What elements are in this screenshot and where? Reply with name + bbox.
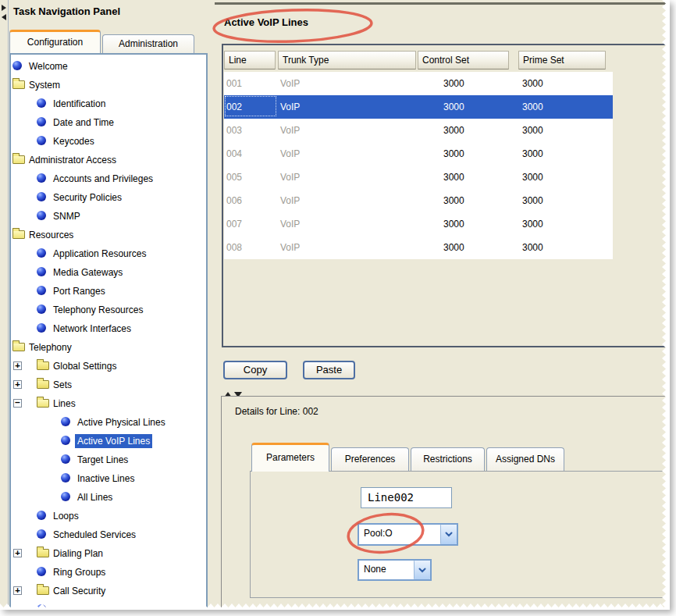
tree-item-lines[interactable]: −Lines: [11, 394, 206, 413]
tree-item-telephony[interactable]: Telephony: [11, 338, 206, 357]
chevron-down-icon[interactable]: [440, 525, 457, 544]
cell-line: 004: [226, 148, 242, 159]
cell-trunk-type: VoIP: [280, 78, 300, 89]
name-input[interactable]: Line002: [361, 487, 452, 508]
tab-preferences[interactable]: Preferences: [331, 447, 409, 472]
expand-toggle-icon[interactable]: +: [13, 361, 22, 370]
column-header-line[interactable]: Line: [224, 51, 276, 69]
tree-item-resources[interactable]: Resources: [11, 226, 206, 244]
tree-item-port-ranges[interactable]: Port Ranges: [11, 282, 206, 301]
expand-toggle-icon[interactable]: +: [13, 549, 22, 557]
column-header-prime-set[interactable]: Prime Set: [518, 51, 606, 69]
tree-item-label: Call Security: [51, 584, 108, 598]
sphere-bullet-icon: [37, 323, 46, 333]
tree-item-call-security[interactable]: +Call Security: [11, 582, 206, 600]
folder-closed-icon: [37, 380, 49, 389]
sphere-bullet-icon: [61, 417, 70, 426]
table-row[interactable]: 003VoIP30003000: [224, 119, 613, 142]
sphere-bullet-icon: [37, 173, 46, 183]
tree-item-label: Resources: [27, 228, 76, 242]
folder-open-icon: [12, 230, 25, 239]
tree-item-identification[interactable]: Identification: [11, 94, 206, 113]
tree-item-welcome[interactable]: Welcome: [11, 57, 206, 76]
sphere-bullet-icon: [37, 511, 46, 520]
sphere-bullet-icon: [37, 567, 46, 576]
tree-item-label: Target Lines: [75, 453, 130, 467]
tree-item-active-voip-lines[interactable]: Active VoIP Lines: [11, 432, 206, 450]
column-header-trunk-type[interactable]: Trunk Type: [278, 51, 416, 69]
tab-configuration[interactable]: Configuration: [9, 30, 101, 53]
table-row[interactable]: 006VoIP30003000: [224, 189, 613, 212]
distinct-ring-dropdown[interactable]: None: [358, 559, 432, 581]
cell-prime-set: 3000: [522, 172, 543, 183]
tree-item-sets[interactable]: +Sets: [11, 376, 206, 394]
distinct-ring-value: None: [364, 564, 386, 575]
details-heading: Details for Line: 002: [235, 406, 318, 417]
tree-item-target-lines[interactable]: Target Lines: [11, 450, 206, 469]
tab-restrictions[interactable]: Restrictions: [411, 447, 485, 472]
cell-line: 006: [226, 195, 242, 206]
cell-trunk-type: VoIP: [280, 195, 300, 206]
cell-trunk-type: VoIP: [280, 242, 300, 253]
tree-item-date-and-time[interactable]: Date and Time: [11, 113, 206, 132]
tree-item-telephony-resources[interactable]: Telephony Resources: [11, 301, 206, 319]
sphere-bullet-icon: [61, 492, 70, 501]
arrow-left-icon: [2, 14, 6, 20]
tab-label: Administration: [119, 38, 178, 49]
tree-item-network-interfaces[interactable]: Network Interfaces: [11, 319, 206, 338]
table-row[interactable]: 005VoIP30003000: [224, 166, 613, 189]
tree-item-global-settings[interactable]: +Global Settings: [11, 357, 206, 376]
tree-item-scheduled-services[interactable]: Scheduled Services: [11, 525, 206, 544]
table-row[interactable]: 002VoIP30003000: [224, 95, 613, 119]
cell-trunk-type: VoIP: [280, 125, 300, 136]
tree-item-dialing-plan[interactable]: +Dialing Plan: [11, 544, 206, 563]
focus-outline: [225, 96, 276, 116]
tab-assigned-dns[interactable]: Assigned DNs: [486, 447, 564, 472]
tree-item-security-policies[interactable]: Security Policies: [11, 188, 206, 207]
collapsed-splitter-strip[interactable]: [0, 0, 9, 610]
sphere-bullet-icon: [37, 304, 46, 314]
expand-toggle-icon[interactable]: +: [13, 380, 22, 389]
tree-item-label: Active Physical Lines: [75, 415, 168, 429]
line-type-dropdown[interactable]: Pool:O: [358, 523, 458, 546]
tree-item-all-lines[interactable]: All Lines: [11, 488, 206, 507]
tree-item-ring-groups[interactable]: Ring Groups: [11, 563, 206, 582]
tab-administration[interactable]: Administration: [102, 34, 194, 53]
tab-parameters[interactable]: Parameters: [251, 443, 329, 472]
cell-prime-set: 3000: [522, 125, 543, 136]
tree-item-inactive-lines[interactable]: Inactive Lines: [11, 469, 206, 488]
table-row[interactable]: 007VoIP30003000: [224, 212, 613, 236]
navigation-tree: WelcomeSystemIdentificationDate and Time…: [9, 53, 208, 610]
cell-prime-set: 3000: [522, 78, 543, 89]
column-header-control-set[interactable]: Control Set: [418, 51, 509, 69]
cell-prime-set: 3000: [522, 242, 543, 253]
table-row[interactable]: 008VoIP30003000: [224, 236, 613, 259]
paste-button[interactable]: Paste: [303, 361, 355, 379]
expand-toggle-icon[interactable]: +: [13, 586, 22, 595]
tree-item-label: Application Resources: [51, 247, 148, 261]
table-row[interactable]: 001VoIP30003000: [224, 72, 613, 95]
tree-item-snmp[interactable]: SNMP: [11, 207, 206, 226]
chevron-down-icon[interactable]: [414, 561, 430, 579]
cell-control-set: 3000: [443, 148, 464, 159]
tree-item-application-resources[interactable]: Application Resources: [11, 244, 206, 263]
tree-item-label: Media Gateways: [51, 265, 125, 280]
tree-item-active-physical-lines[interactable]: Active Physical Lines: [11, 413, 206, 432]
cell-prime-set: 3000: [522, 195, 543, 206]
tab-label: Preferences: [345, 454, 396, 465]
sphere-bullet-icon: [37, 267, 46, 276]
collapse-toggle-icon[interactable]: −: [13, 399, 22, 408]
tree-item-system[interactable]: System: [11, 76, 206, 94]
tree-item-administrator-access[interactable]: Administrator Access: [11, 151, 206, 169]
tree-item-accounts-and-privileges[interactable]: Accounts and Privileges: [11, 169, 206, 188]
page-title: Active VoIP Lines: [224, 16, 308, 28]
folder-closed-icon: [37, 586, 49, 595]
tree-item-media-gateways[interactable]: Media Gateways: [11, 263, 206, 282]
table-row[interactable]: 004VoIP30003000: [224, 142, 613, 166]
sphere-bullet-icon: [37, 192, 46, 201]
copy-button[interactable]: Copy: [223, 361, 287, 379]
tree-item-loops[interactable]: Loops: [11, 507, 206, 525]
tree-item-keycodes[interactable]: Keycodes: [11, 132, 206, 151]
tab-label: Configuration: [27, 37, 83, 48]
folder-closed-icon: [37, 549, 49, 557]
